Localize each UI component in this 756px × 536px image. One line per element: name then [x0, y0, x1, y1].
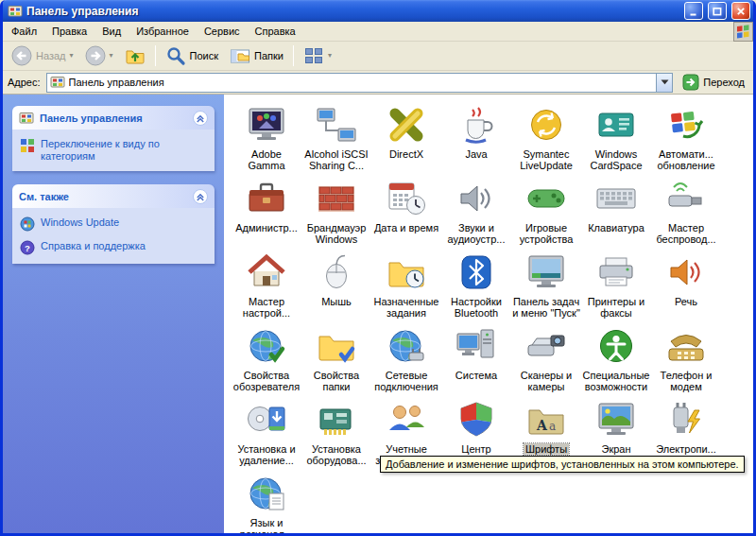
item-label: Экран	[601, 443, 630, 455]
java-icon	[455, 104, 497, 146]
sidebar-item[interactable]: ?Справка и поддержка	[20, 240, 207, 255]
control-panel-item[interactable]: Принтеры и факсы	[581, 251, 651, 325]
item-label: Панель задач и меню "Пуск"	[512, 296, 580, 319]
item-label: Windows CardSpace	[582, 148, 650, 171]
help-icon: ?	[20, 240, 35, 255]
search-button[interactable]: Поиск	[161, 43, 223, 68]
control-panel-item[interactable]: Мышь	[301, 251, 371, 325]
control-panel-item[interactable]: Мастер беспровод...	[651, 178, 721, 251]
address-input[interactable]: Панель управления	[46, 73, 674, 93]
folders-icon	[230, 45, 250, 66]
liveupdate-icon	[525, 104, 567, 146]
control-panel-item[interactable]: Язык и регионал...	[232, 473, 301, 533]
sounds-icon	[455, 178, 497, 219]
control-panel-item[interactable]: Свойства обозревателя	[232, 325, 301, 399]
control-panel-item[interactable]: Свойства папки	[301, 325, 371, 399]
toolbar-separator	[155, 45, 156, 66]
search-label: Поиск	[190, 50, 218, 61]
control-panel-item[interactable]: Администр...	[232, 178, 301, 251]
taskbar-icon	[525, 251, 567, 293]
control-panel-item[interactable]: Symantec LiveUpdate	[511, 104, 581, 178]
control-panel-item[interactable]: Установка оборудова...	[301, 399, 371, 473]
sidebar-panel-title: См. также	[19, 191, 187, 202]
sidebar-panel-header[interactable]: Панель управления	[12, 106, 215, 130]
control-panel-item[interactable]: Телефон и модем	[651, 325, 721, 399]
fonts-icon: Aa	[525, 399, 567, 441]
mouse-icon	[316, 251, 357, 293]
up-button[interactable]	[120, 43, 150, 68]
menu-item[interactable]: Сервис	[197, 23, 248, 40]
control-panel-item[interactable]: Специальные возможности	[581, 325, 651, 399]
control-panel-item[interactable]: Adobe Gamma	[232, 104, 301, 178]
control-panel-icon	[8, 4, 23, 19]
control-panel-item[interactable]: Игровые устройства	[511, 178, 581, 251]
control-panel-item[interactable]: Java	[441, 104, 511, 178]
item-label: Alcohol iSCSI Sharing C...	[302, 148, 370, 171]
scanners-icon	[525, 325, 567, 367]
control-panel-item[interactable]: Панель задач и меню "Пуск"	[511, 251, 581, 325]
go-button[interactable]: Переход	[679, 74, 748, 91]
folders-label: Папки	[254, 50, 284, 61]
menubar: ФайлПравкаВидИзбранноеСервисСправка	[3, 22, 753, 42]
chevron-up-icon[interactable]	[193, 111, 208, 126]
folder-options-icon	[316, 325, 357, 367]
control-panel-item[interactable]: Сетевые подключения	[371, 325, 441, 399]
sidebar-panel-title: Панель управления	[40, 112, 187, 124]
sidebar-item[interactable]: Windows Update	[20, 216, 207, 232]
item-label: Сетевые подключения	[372, 370, 440, 392]
folders-button[interactable]: Папки	[225, 43, 288, 68]
control-panel-item[interactable]: Настройки Bluetooth	[441, 251, 511, 325]
control-panel-item[interactable]: Сканеры и камеры	[511, 325, 581, 399]
control-panel-item[interactable]: Система	[441, 325, 511, 399]
display-icon	[595, 399, 637, 441]
gamepad-icon	[525, 178, 567, 219]
power-icon	[665, 399, 707, 441]
item-label: Речь	[675, 296, 697, 307]
item-label: Сканеры и камеры	[512, 370, 580, 392]
control-panel-item[interactable]: Мастер настрой...	[232, 251, 301, 325]
phone-icon	[665, 325, 707, 367]
windows-update-icon	[20, 216, 35, 232]
item-label: Свойства обозревателя	[232, 370, 301, 392]
addressbar: Адрес: Панель управления Переход	[3, 71, 753, 95]
menu-item[interactable]: Вид	[94, 23, 129, 40]
close-button[interactable]	[731, 2, 750, 20]
control-panel-item[interactable]: Брандмауэр Windows	[301, 178, 371, 251]
forward-icon	[85, 45, 106, 66]
menu-item[interactable]: Избранное	[129, 23, 197, 40]
control-panel-item[interactable]: Дата и время	[371, 178, 441, 251]
address-location-icon	[50, 75, 65, 90]
sidebar-item-label: Переключение к виду по категориям	[41, 138, 207, 163]
control-panel-item[interactable]: Звуки и аудиоустр...	[441, 178, 511, 251]
control-panel-item[interactable]: Alcohol iSCSI Sharing C...	[301, 104, 371, 178]
menu-item[interactable]: Правка	[44, 23, 94, 40]
control-panel-item[interactable]: Windows CardSpace	[581, 104, 651, 178]
titlebar[interactable]: Панель управления	[3, 0, 753, 22]
control-panel-item[interactable]: Назначенные задания	[371, 251, 441, 325]
menu-item[interactable]: Файл	[4, 23, 44, 40]
control-panel-item[interactable]: Автомати... обновление	[651, 104, 721, 178]
minimize-button[interactable]	[684, 2, 703, 20]
item-label: Symantec LiveUpdate	[512, 148, 580, 171]
sidebar-item[interactable]: Переключение к виду по категориям	[20, 138, 207, 163]
toolbar-separator	[293, 45, 294, 66]
item-label: Дата и время	[374, 222, 438, 233]
control-panel-item[interactable]: Клавиатура	[581, 178, 651, 251]
forward-button[interactable]: ▾	[80, 43, 118, 68]
sidebar-panel: См. такжеWindows Update?Справка и поддер…	[12, 184, 215, 264]
item-label: DirectX	[389, 148, 423, 160]
cardspace-icon	[595, 104, 637, 146]
control-panel-item[interactable]: Установка и удаление...	[232, 399, 301, 473]
item-label: Шрифты	[524, 443, 569, 455]
sidebar-panel-header[interactable]: См. также	[12, 184, 215, 208]
back-button[interactable]: Назад ▾	[7, 43, 78, 68]
control-panel-item[interactable]: Речь	[651, 251, 721, 325]
views-button[interactable]: ▾	[299, 43, 336, 68]
menu-item[interactable]: Справка	[248, 23, 303, 40]
speech-icon	[665, 251, 707, 293]
control-panel-item[interactable]: DirectX	[371, 104, 441, 178]
chevron-up-icon[interactable]	[193, 189, 208, 204]
maximize-button[interactable]	[708, 2, 727, 20]
control-panel-window: Панель управления ФайлПравкаВидИзбранное…	[0, 0, 756, 536]
address-dropdown-button[interactable]	[656, 74, 672, 92]
